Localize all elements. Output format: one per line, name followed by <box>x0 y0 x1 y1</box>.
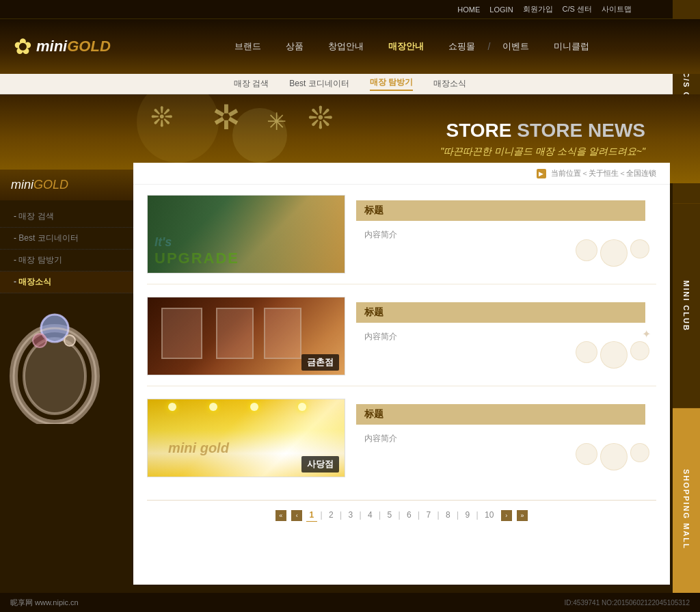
nav-sitemap[interactable]: 사이트맵 <box>602 4 632 14</box>
ceiling-light-1 <box>168 403 176 411</box>
dandelion-3: ✳ <box>267 108 286 135</box>
ceiling-light-4 <box>298 403 306 411</box>
banner-subtitle: "따끈따끈한 미니골드 매장 소식을 알려드려요~" <box>440 146 645 158</box>
bottom-id: ID:4539741 NO:20150602122045105312 <box>565 599 690 607</box>
store-thumb-3: mini gold 사당점 <box>147 399 345 477</box>
breadcrumb: 当前位置＜关于恒生＜全国连锁 <box>551 169 656 177</box>
breadcrumb-bar: ▶ 当前位置＜关于恒生＜全国连锁 <box>133 163 670 185</box>
dandelion-4: ❊ <box>308 100 334 136</box>
page-sep-2: | <box>340 510 342 520</box>
right-tab-miniclub[interactable]: MINI CLUB <box>673 204 700 408</box>
page-4[interactable]: 4 <box>364 509 376 521</box>
logo-mini: mini <box>36 38 67 55</box>
nav-event[interactable]: 이벤트 <box>490 40 541 53</box>
nav-register[interactable]: 회원가입 <box>523 4 553 14</box>
store-thumb-2: 금촌점 <box>147 297 345 375</box>
nav-cs[interactable]: C/S 센터 <box>563 4 592 14</box>
logo: ✿ miniGOLD <box>14 34 111 59</box>
logo-gold: GOLD <box>67 38 111 55</box>
display-case-2 <box>216 308 254 359</box>
page-9[interactable]: 9 <box>462 509 474 521</box>
deco-circle-3a <box>576 443 597 465</box>
main-nav: 브랜드 상품 창업안내 매장안내 쇼핑몰 / 이벤트 미니클럽 <box>138 40 686 53</box>
deco-circle-1c <box>630 239 649 258</box>
ceiling-light-2 <box>209 403 217 411</box>
watermark-text: 昵享网 www.nipic.cn <box>10 598 79 608</box>
store-decorative-1 <box>576 239 649 267</box>
store-image-2: 금촌점 <box>148 297 345 375</box>
sidebar-item-best[interactable]: Best 코디네이터 <box>0 228 133 250</box>
sidebar-item-search[interactable]: 매장 검색 <box>0 206 133 228</box>
banner-store-light: STORE NEWS <box>511 120 645 141</box>
sub-nav-search[interactable]: 매장 검색 <box>234 78 269 90</box>
nav-products[interactable]: 상품 <box>273 40 316 53</box>
store-decorative-3 <box>576 443 649 470</box>
page-10[interactable]: 10 <box>481 509 497 521</box>
store-image-1: It's UPGRADE <box>148 196 345 273</box>
deco-circle-2c <box>630 341 649 360</box>
left-sidebar: miniGOLD 매장 검색 Best 코디네이터 매장 탐방기 매장소식 <box>0 163 133 300</box>
breadcrumb-icon: ▶ <box>537 169 546 178</box>
deco-circle-3c <box>630 443 649 462</box>
sub-nav-news[interactable]: 매장소식 <box>433 78 466 90</box>
store-item-3: mini gold 사당점 标题 内容简介 <box>147 399 656 488</box>
ring-decoration <box>0 287 116 424</box>
deco-circle-2a <box>576 341 597 363</box>
wall-text: mini gold <box>168 440 229 456</box>
page-8[interactable]: 8 <box>442 509 454 521</box>
top-bar: HOME LOGIN 회원가입 C/S 센터 사이트맵 <box>0 0 700 19</box>
page-sep-6: | <box>418 510 420 520</box>
store-image-3: mini gold 사당점 <box>148 399 345 477</box>
main-content-wrapper: ▶ 当前位置＜关于恒生＜全国连锁 It's UPGRADE 标题 内容简介 <box>133 163 670 585</box>
page-last[interactable]: » <box>517 510 528 521</box>
sub-nav-best[interactable]: Best 코디네이터 <box>289 78 349 90</box>
store-label-3: 사당점 <box>301 456 339 473</box>
store-info-2: 标题 内容简介 ✦ <box>345 297 656 375</box>
store-info-1: 标题 内容简介 <box>345 195 656 274</box>
deco-circle-1a <box>576 239 597 261</box>
sidebar-logo-text: miniGOLD <box>11 178 68 191</box>
nav-brand[interactable]: 브랜드 <box>222 40 273 53</box>
page-next[interactable]: › <box>501 510 512 521</box>
page-sep-7: | <box>438 510 440 520</box>
page-3[interactable]: 3 <box>345 509 357 521</box>
sidebar-item-explore[interactable]: 매장 탐방기 <box>0 250 133 271</box>
sub-nav: 매장 검색 Best 코디네이터 매장 탐방기 매장소식 <box>0 74 700 94</box>
sidebar-logo: miniGOLD <box>0 170 133 200</box>
banner-glow-1 <box>137 94 219 163</box>
page-7[interactable]: 7 <box>423 509 435 521</box>
page-6[interactable]: 6 <box>403 509 415 521</box>
star-decoration: ✦ <box>642 328 651 341</box>
store-title-1: 标题 <box>356 200 645 221</box>
store-title-3: 标题 <box>356 404 645 425</box>
right-tab-shopping[interactable]: SHOPPING MALL <box>673 408 700 612</box>
svg-point-3 <box>33 334 46 347</box>
logo-text: miniGOLD <box>36 38 111 55</box>
page-2[interactable]: 2 <box>325 509 337 521</box>
nav-franchise[interactable]: 창업안내 <box>316 40 376 53</box>
nav-login[interactable]: LOGIN <box>489 5 513 14</box>
page-sep-9: | <box>476 510 479 520</box>
page-sep-8: | <box>457 510 459 520</box>
content-area: It's UPGRADE 标题 内容简介 <box>133 185 670 540</box>
sub-nav-explore[interactable]: 매장 탐방기 <box>370 77 413 91</box>
store-label-2: 금촌점 <box>301 354 339 371</box>
nav-home[interactable]: HOME <box>457 5 480 14</box>
header: ✿ miniGOLD 브랜드 상품 창업안내 매장안내 쇼핑몰 / 이벤트 미니… <box>0 19 700 74</box>
right-sidebar: C/S CENTER MINI CLUB SHOPPING MALL <box>673 0 700 612</box>
page-first[interactable]: « <box>275 510 286 521</box>
dandelion-2: ✲ <box>212 98 241 137</box>
deco-circle-1b <box>600 239 628 267</box>
bottom-bar: 昵享网 www.nipic.cn ID:4539741 NO:201506021… <box>0 593 700 612</box>
nav-shopping[interactable]: 쇼핑몰 <box>436 40 487 53</box>
banner-store-bold: STORE <box>446 120 512 141</box>
page-sep-4: | <box>379 510 381 520</box>
display-case-1 <box>161 308 202 359</box>
page-5[interactable]: 5 <box>384 509 396 521</box>
ceiling-light-3 <box>250 403 258 411</box>
nav-store[interactable]: 매장안내 <box>376 40 436 53</box>
nav-miniclub[interactable]: 미니클럽 <box>541 40 602 53</box>
page-prev[interactable]: ‹ <box>291 510 302 521</box>
store-title-2: 标题 <box>356 302 645 323</box>
page-1[interactable]: 1 <box>306 509 318 522</box>
